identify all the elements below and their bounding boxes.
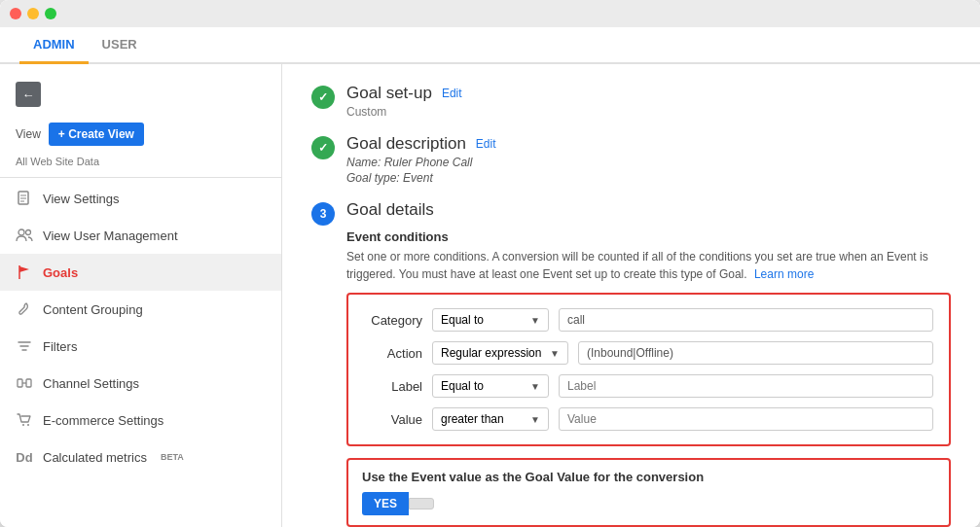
- event-conditions-desc: Set one or more conditions. A conversion…: [346, 248, 951, 283]
- app-window: ADMIN USER ← View + Create View All Web …: [0, 0, 980, 527]
- value-label: Value: [364, 412, 422, 427]
- divider: [0, 177, 281, 178]
- value-operator-select[interactable]: greater than ▼: [432, 407, 549, 431]
- step3-title: Goal details: [346, 200, 434, 220]
- label-operator-select[interactable]: Equal to ▼: [432, 374, 549, 398]
- chevron-down-icon: ▼: [530, 315, 540, 326]
- step2-type: Goal type: Event: [346, 171, 951, 185]
- svg-point-11: [27, 424, 29, 426]
- condition-row-category: Category Equal to ▼: [364, 308, 933, 332]
- sidebar-label-view-settings: View Settings: [43, 192, 120, 206]
- titlebar: [0, 0, 980, 27]
- action-value-input[interactable]: [578, 341, 933, 365]
- beta-badge: BETA: [161, 452, 184, 462]
- label-label: Label: [364, 379, 422, 394]
- sidebar-label-calculated-metrics: Calculated metrics: [43, 450, 147, 465]
- wrench-icon: [16, 300, 33, 318]
- sidebar-label-channel-settings: Channel Settings: [43, 376, 139, 391]
- sidebar-label-ecommerce: E-commerce Settings: [43, 413, 163, 428]
- create-view-button[interactable]: + Create View: [49, 123, 144, 146]
- chevron-down2-icon: ▼: [550, 348, 560, 359]
- toggle-yes-button[interactable]: YES: [362, 492, 409, 515]
- condition-row-label: Label Equal to ▼: [364, 374, 933, 398]
- chevron-down4-icon: ▼: [530, 414, 540, 425]
- view-row: View + Create View: [0, 115, 281, 154]
- sidebar: ← View + Create View All Web Site Data V…: [0, 64, 282, 527]
- step1-title: Goal set-up: [346, 84, 432, 103]
- svg-rect-7: [18, 379, 22, 387]
- minimize-button[interactable]: [27, 8, 39, 19]
- category-operator-select[interactable]: Equal to ▼: [432, 308, 549, 332]
- view-label: View: [16, 127, 41, 141]
- nav-tabs: ADMIN USER: [0, 27, 980, 64]
- step1-subtitle: Custom: [346, 105, 951, 119]
- tab-user[interactable]: USER: [89, 27, 151, 64]
- name-label: Name:: [346, 156, 381, 169]
- step3-number: 3: [320, 207, 327, 221]
- value-operator-value: greater than: [441, 412, 504, 426]
- chevron-down3-icon: ▼: [530, 381, 540, 392]
- label-operator-value: Equal to: [441, 379, 484, 393]
- sidebar-item-user-management[interactable]: View User Management: [0, 217, 281, 254]
- condition-row-value: Value greater than ▼: [364, 407, 933, 431]
- svg-point-5: [26, 230, 31, 235]
- svg-point-4: [18, 229, 24, 235]
- sidebar-label-filters: Filters: [43, 339, 77, 354]
- name-value: Ruler Phone Call: [384, 156, 473, 169]
- step2-content: Goal description Edit Name: Ruler Phone …: [346, 134, 951, 185]
- users-icon: [16, 227, 33, 244]
- value-value-input[interactable]: [559, 407, 933, 431]
- sidebar-label-goals: Goals: [43, 265, 78, 280]
- checkmark-icon: [318, 90, 328, 104]
- cart-icon: [16, 411, 33, 429]
- flag-icon: [16, 264, 33, 281]
- toggle-row: YES: [362, 492, 935, 515]
- channel-icon: [16, 374, 33, 392]
- event-conditions-label: Event conditions: [346, 229, 951, 244]
- main-content: Goal set-up Edit Custom Goal description…: [282, 64, 980, 527]
- condition-row-action: Action Regular expression ▼: [364, 341, 933, 365]
- goal-value-title: Use the Event value as the Goal Value fo…: [362, 470, 935, 484]
- back-button[interactable]: ←: [16, 82, 41, 107]
- category-label: Category: [364, 313, 422, 328]
- conditions-box: Category Equal to ▼ Action: [346, 293, 951, 446]
- label-value-input[interactable]: [559, 374, 933, 398]
- maximize-button[interactable]: [45, 8, 56, 19]
- site-label: All Web Site Data: [0, 154, 281, 175]
- action-label: Action: [364, 346, 422, 361]
- step-goal-description: Goal description Edit Name: Ruler Phone …: [311, 134, 951, 185]
- svg-rect-8: [26, 379, 31, 387]
- filter-icon: [16, 337, 33, 355]
- learn-more-link[interactable]: Learn more: [754, 267, 814, 281]
- category-value-input[interactable]: [559, 308, 933, 332]
- toggle-no-button[interactable]: [409, 498, 434, 509]
- dd-icon: Dd: [16, 448, 33, 466]
- step-goal-setup: Goal set-up Edit Custom: [311, 84, 951, 119]
- step2-edit-link[interactable]: Edit: [476, 137, 496, 151]
- step1-edit-link[interactable]: Edit: [442, 87, 462, 100]
- sidebar-item-view-settings[interactable]: View Settings: [0, 180, 281, 217]
- checkmark2-icon: [318, 141, 328, 155]
- step3-content: Goal details Event conditions Set one or…: [346, 200, 951, 527]
- sidebar-label-content-grouping: Content Grouping: [43, 302, 143, 317]
- goal-value-box: Use the Event value as the Goal Value fo…: [346, 458, 951, 527]
- sidebar-item-filters[interactable]: Filters: [0, 328, 281, 365]
- step3-circle: 3: [311, 202, 335, 226]
- step1-content: Goal set-up Edit Custom: [346, 84, 951, 119]
- sidebar-label-user-management: View User Management: [43, 228, 178, 243]
- close-button[interactable]: [10, 8, 21, 19]
- step1-circle: [311, 86, 335, 109]
- document-icon: [16, 190, 33, 207]
- sidebar-item-goals[interactable]: Goals: [0, 254, 281, 291]
- svg-point-10: [22, 424, 24, 426]
- sidebar-item-calculated-metrics[interactable]: Dd Calculated metrics BETA: [0, 439, 281, 475]
- action-operator-select[interactable]: Regular expression ▼: [432, 341, 568, 365]
- sidebar-item-ecommerce[interactable]: E-commerce Settings: [0, 402, 281, 439]
- sidebar-item-channel-settings[interactable]: Channel Settings: [0, 365, 281, 402]
- sidebar-item-content-grouping[interactable]: Content Grouping: [0, 291, 281, 328]
- tab-admin[interactable]: ADMIN: [19, 27, 89, 64]
- type-value: Event: [403, 171, 433, 185]
- step2-circle: [311, 136, 335, 159]
- category-operator-value: Equal to: [441, 313, 484, 327]
- step-goal-details: 3 Goal details Event conditions Set one …: [311, 200, 951, 527]
